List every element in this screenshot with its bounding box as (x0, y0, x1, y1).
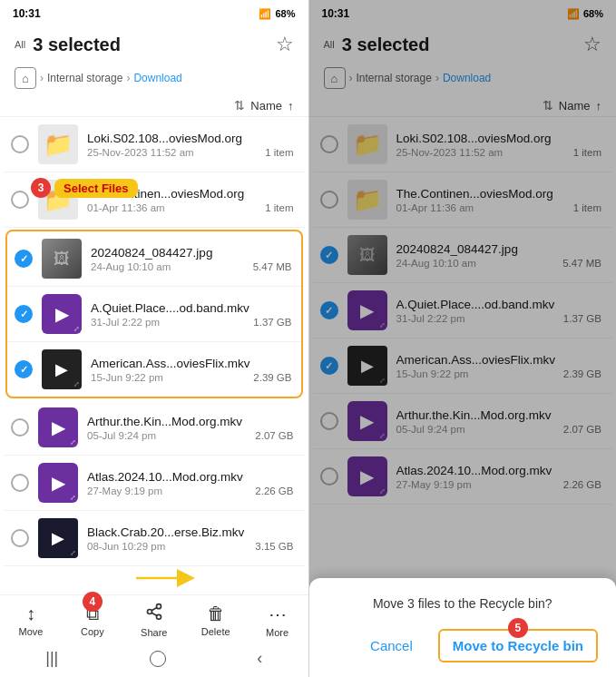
file-name-2-left: 20240824_084427.jpg (91, 246, 292, 260)
annotation-num-4: 4 (83, 592, 103, 612)
list-item[interactable]: ▶ ⤢ A.Quiet.Place....od.band.mkv 31-Jul … (7, 286, 301, 341)
parent-folder-left[interactable]: Internal storage (47, 72, 122, 84)
sort-bar-left: ⇅ Name ↑ (0, 94, 308, 117)
delete-icon: 🗑 (207, 603, 225, 624)
list-item[interactable]: ▶ ⤢ Arthur.the.Kin...Mod.org.mkv 05-Jul … (4, 400, 305, 456)
file-info-3-left: A.Quiet.Place....od.band.mkv 31-Jul 2:22… (91, 301, 292, 328)
nav-back-left[interactable]: ‹ (257, 649, 262, 668)
signal-icon-left: 📶 (259, 8, 271, 20)
file-info-0-left: Loki.S02.108...oviesMod.org 25-Nov-2023 … (87, 132, 294, 158)
nav-home-left[interactable] (150, 651, 166, 667)
file-meta-1-left: 01-Apr 11:36 am 1 item (87, 202, 294, 213)
file-name-0-left: Loki.S02.108...oviesMod.org (87, 132, 294, 145)
checkbox-0-left[interactable] (11, 135, 29, 153)
file-name-7-left: Black.Crab.20...erse.Biz.mkv (87, 525, 294, 539)
video-thumb-5: ▶ ⤢ (38, 407, 78, 447)
share-button[interactable]: Share (123, 603, 185, 638)
file-name-1-left: The.Continen...oviesMod.org (87, 187, 294, 201)
sep2-left: › (126, 72, 130, 84)
video-thumb-6: ▶ ⤢ (38, 463, 78, 503)
file-info-5-left: Arthur.the.Kin...Mod.org.mkv 05-Jul 9:24… (87, 415, 294, 441)
svg-point-1 (147, 610, 152, 614)
checkbox-5-left[interactable] (11, 418, 29, 437)
video-thumb-4: ▶ ⤢ (42, 349, 82, 389)
file-meta-7-left: 08-Jun 10:29 pm 3.15 GB (87, 541, 294, 552)
list-item[interactable]: 🖼 20240824_084427.jpg 24-Aug 10:10 am 5.… (7, 231, 301, 286)
more-icon: ⋯ (269, 603, 287, 625)
file-header-left: All 3 selected ☆ (0, 25, 308, 64)
dialog-overlay: Move 3 files to the Recycle bin? Cancel … (309, 0, 617, 677)
selected-group: 🖼 20240824_084427.jpg 24-Aug 10:10 am 5.… (5, 230, 303, 398)
annotation-num-5: 5 (508, 618, 528, 638)
selected-count-left: 3 selected (33, 34, 121, 55)
delete-button[interactable]: 🗑 Delete (185, 603, 247, 637)
left-panel: 10:31 📶 68% All 3 selected ☆ ⌂ › Interna… (0, 0, 308, 677)
file-name-3-left: A.Quiet.Place....od.band.mkv (91, 301, 292, 315)
image-thumb-2: 🖼 (42, 239, 82, 279)
dialog-confirm-wrapper: Move to Recycle bin 5 (438, 629, 598, 662)
dialog-box: Move 3 files to the Recycle bin? Cancel … (309, 578, 617, 677)
move-button[interactable]: ↕ Move (0, 603, 62, 637)
star-icon-left[interactable]: ☆ (276, 33, 294, 56)
file-info-4-left: American.Ass...oviesFlix.mkv 15-Jun 9:22… (91, 357, 292, 383)
checkbox-4-left[interactable] (15, 360, 33, 378)
all-label-left: All (15, 40, 25, 50)
video-thumb-3: ▶ ⤢ (42, 294, 82, 334)
share-icon (145, 603, 163, 625)
bottom-toolbar-left: ↕ Move ⧉ Copy 4 Share 🗑 Delete ⋯ More (0, 594, 308, 642)
file-meta-5-left: 05-Jul 9:24 pm 2.07 GB (87, 430, 294, 441)
battery-left: 68% (275, 8, 295, 19)
sort-label-left[interactable]: Name (250, 99, 282, 113)
copy-label: Copy (81, 626, 104, 637)
file-info-7-left: Black.Crab.20...erse.Biz.mkv 08-Jun 10:2… (87, 525, 294, 552)
nav-menu-left[interactable]: ||| (45, 649, 58, 668)
play-icon-3: ▶ (55, 303, 69, 325)
more-button[interactable]: ⋯ More (247, 603, 308, 638)
file-info-2-left: 20240824_084427.jpg 24-Aug 10:10 am 5.47… (91, 246, 292, 272)
file-meta-0-left: 25-Nov-2023 11:52 am 1 item (87, 147, 294, 158)
share-label: Share (141, 627, 167, 638)
time-left: 10:31 (13, 7, 41, 20)
sort-icon-left[interactable]: ⇅ (234, 98, 245, 113)
svg-line-4 (152, 607, 157, 610)
file-name-5-left: Arthur.the.Kin...Mod.org.mkv (87, 415, 294, 428)
file-meta-3-left: 31-Jul 2:22 pm 1.37 GB (91, 317, 292, 328)
home-icon-left[interactable]: ⌂ (15, 67, 36, 89)
sep1-left: › (40, 72, 44, 84)
file-meta-2-left: 24-Aug 10:10 am 5.47 MB (91, 261, 292, 272)
svg-line-3 (152, 613, 157, 615)
copy-button[interactable]: ⧉ Copy 4 (62, 603, 123, 637)
file-info-1-left: The.Continen...oviesMod.org 01-Apr 11:36… (87, 187, 294, 213)
right-panel: 10:31 📶 68% All 3 selected ☆ ⌂ › Interna… (308, 0, 617, 677)
dialog-title: Move 3 files to the Recycle bin? (328, 596, 599, 611)
checkbox-7-left[interactable] (11, 529, 29, 547)
sort-arrow-left: ↑ (288, 99, 294, 113)
list-item[interactable]: ▶ ⤢ American.Ass...oviesFlix.mkv 15-Jun … (7, 341, 301, 397)
list-item[interactable]: 📁 Loki.S02.108...oviesMod.org 25-Nov-202… (4, 117, 305, 172)
move-label: Move (19, 626, 44, 637)
file-name-6-left: Atlas.2024.10...Mod.org.mkv (87, 470, 294, 484)
checkbox-1-left[interactable] (11, 191, 29, 209)
file-meta-4-left: 15-Jun 9:22 pm 2.39 GB (91, 372, 292, 383)
svg-point-2 (156, 614, 161, 619)
breadcrumb-left: ⌂ › Internal storage › Download (0, 64, 308, 94)
list-item[interactable]: ▶ ⤢ Black.Crab.20...erse.Biz.mkv 08-Jun … (4, 511, 305, 566)
svg-point-0 (156, 604, 161, 609)
folder-thumb-0: 📁 (38, 124, 78, 164)
checkbox-6-left[interactable] (11, 474, 29, 492)
more-label: More (266, 627, 288, 638)
list-item[interactable]: 📁 The.Continen...oviesMod.org 01-Apr 11:… (4, 172, 305, 228)
delete-label: Delete (201, 626, 230, 637)
file-list-left: 📁 Loki.S02.108...oviesMod.org 25-Nov-202… (0, 117, 308, 594)
file-name-4-left: American.Ass...oviesFlix.mkv (91, 357, 292, 370)
current-folder-left[interactable]: Download (133, 72, 181, 84)
dialog-cancel-button[interactable]: Cancel (356, 629, 427, 662)
list-item[interactable]: ▶ ⤢ Atlas.2024.10...Mod.org.mkv 27-May 9… (4, 456, 305, 511)
folder-thumb-1: 📁 (38, 180, 78, 220)
file-info-6-left: Atlas.2024.10...Mod.org.mkv 27-May 9:19 … (87, 470, 294, 496)
checkbox-2-left[interactable] (15, 250, 33, 268)
dialog-buttons: Cancel Move to Recycle bin 5 (328, 629, 599, 662)
nav-bar-left: ||| ‹ (0, 642, 308, 677)
checkbox-3-left[interactable] (15, 305, 33, 323)
move-icon: ↕ (26, 603, 35, 624)
